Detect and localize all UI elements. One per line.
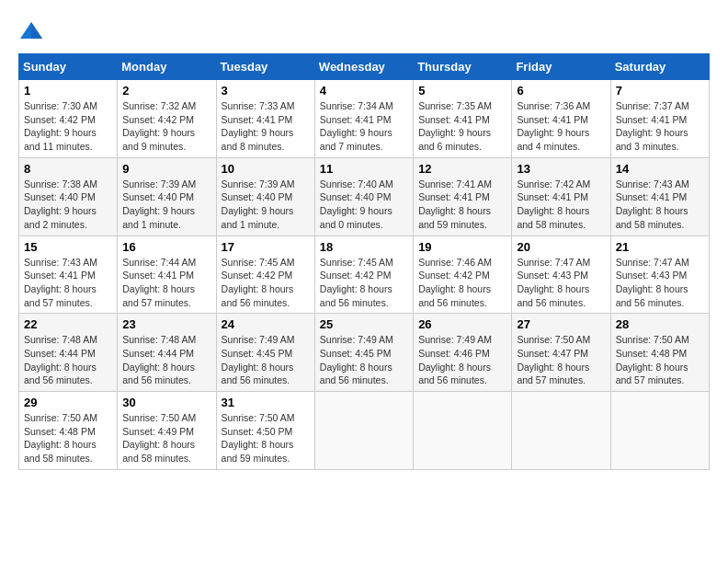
day-number: 19 (418, 240, 506, 254)
calendar-day-cell: 24 Sunrise: 7:49 AMSunset: 4:45 PMDaylig… (216, 314, 314, 392)
calendar-empty-cell (314, 392, 413, 470)
calendar-day-cell: 22 Sunrise: 7:48 AMSunset: 4:44 PMDaylig… (19, 314, 118, 392)
day-info: Sunrise: 7:49 AMSunset: 4:45 PMDaylight:… (222, 334, 295, 385)
day-number: 21 (616, 240, 704, 254)
calendar-day-cell: 10 Sunrise: 7:39 AMSunset: 4:40 PMDaylig… (216, 157, 314, 236)
calendar-header-monday: Monday (118, 54, 216, 80)
calendar-day-cell: 14 Sunrise: 7:43 AMSunset: 4:41 PMDaylig… (610, 157, 709, 236)
day-number: 5 (418, 84, 506, 98)
calendar-week-row: 29 Sunrise: 7:50 AMSunset: 4:48 PMDaylig… (19, 392, 710, 470)
day-info: Sunrise: 7:49 AMSunset: 4:45 PMDaylight:… (320, 334, 393, 385)
calendar-day-cell: 15 Sunrise: 7:43 AMSunset: 4:41 PMDaylig… (19, 236, 118, 314)
calendar-day-cell: 25 Sunrise: 7:49 AMSunset: 4:45 PMDaylig… (314, 314, 413, 392)
day-info: Sunrise: 7:34 AMSunset: 4:41 PMDaylight:… (320, 100, 393, 152)
day-info: Sunrise: 7:47 AMSunset: 4:43 PMDaylight:… (517, 257, 590, 308)
day-number: 29 (24, 396, 112, 409)
calendar-week-row: 15 Sunrise: 7:43 AMSunset: 4:41 PMDaylig… (19, 236, 710, 314)
day-number: 12 (418, 162, 506, 176)
calendar-header-thursday: Thursday (414, 54, 512, 80)
calendar-day-cell: 19 Sunrise: 7:46 AMSunset: 4:42 PMDaylig… (414, 236, 512, 314)
day-info: Sunrise: 7:41 AMSunset: 4:41 PMDaylight:… (418, 178, 492, 230)
calendar-table: SundayMondayTuesdayWednesdayThursdayFrid… (18, 53, 710, 470)
day-info: Sunrise: 7:36 AMSunset: 4:41 PMDaylight:… (517, 100, 590, 152)
calendar-day-cell: 9 Sunrise: 7:39 AMSunset: 4:40 PMDayligh… (118, 157, 216, 236)
calendar-week-row: 1 Sunrise: 7:30 AMSunset: 4:42 PMDayligh… (19, 80, 710, 158)
day-number: 1 (24, 84, 112, 98)
calendar-day-cell: 30 Sunrise: 7:50 AMSunset: 4:49 PMDaylig… (118, 392, 216, 470)
day-info: Sunrise: 7:39 AMSunset: 4:40 PMDaylight:… (122, 178, 196, 230)
day-number: 16 (122, 240, 210, 254)
calendar-header-wednesday: Wednesday (314, 54, 413, 80)
calendar-empty-cell (610, 392, 709, 470)
svg-marker-1 (31, 22, 42, 39)
calendar-day-cell: 8 Sunrise: 7:38 AMSunset: 4:40 PMDayligh… (19, 157, 118, 236)
calendar-empty-cell (414, 392, 512, 470)
day-number: 10 (222, 162, 310, 176)
calendar-day-cell: 13 Sunrise: 7:42 AMSunset: 4:41 PMDaylig… (512, 157, 610, 236)
calendar-day-cell: 3 Sunrise: 7:33 AMSunset: 4:41 PMDayligh… (216, 80, 314, 158)
day-number: 23 (122, 317, 210, 331)
day-number: 24 (222, 317, 310, 331)
day-info: Sunrise: 7:50 AMSunset: 4:50 PMDaylight:… (222, 412, 295, 464)
day-number: 18 (320, 240, 408, 254)
day-number: 8 (24, 162, 112, 176)
day-info: Sunrise: 7:48 AMSunset: 4:44 PMDaylight:… (24, 334, 97, 385)
day-number: 7 (616, 84, 704, 98)
calendar-day-cell: 7 Sunrise: 7:37 AMSunset: 4:41 PMDayligh… (610, 80, 709, 158)
calendar-header-friday: Friday (512, 54, 610, 80)
calendar-day-cell: 16 Sunrise: 7:44 AMSunset: 4:41 PMDaylig… (118, 236, 216, 314)
calendar-day-cell: 21 Sunrise: 7:47 AMSunset: 4:43 PMDaylig… (610, 236, 709, 314)
day-number: 27 (517, 317, 605, 331)
page-header (18, 18, 710, 44)
day-info: Sunrise: 7:37 AMSunset: 4:41 PMDaylight:… (616, 100, 689, 152)
calendar-day-cell: 6 Sunrise: 7:36 AMSunset: 4:41 PMDayligh… (512, 80, 610, 158)
calendar-day-cell: 28 Sunrise: 7:50 AMSunset: 4:48 PMDaylig… (610, 314, 709, 392)
calendar-day-cell: 29 Sunrise: 7:50 AMSunset: 4:48 PMDaylig… (19, 392, 118, 470)
day-number: 13 (517, 162, 605, 176)
day-info: Sunrise: 7:50 AMSunset: 4:49 PMDaylight:… (122, 412, 196, 464)
day-number: 4 (320, 84, 408, 98)
day-number: 20 (517, 240, 605, 254)
day-info: Sunrise: 7:44 AMSunset: 4:41 PMDaylight:… (122, 257, 196, 308)
calendar-day-cell: 12 Sunrise: 7:41 AMSunset: 4:41 PMDaylig… (414, 157, 512, 236)
calendar-day-cell: 20 Sunrise: 7:47 AMSunset: 4:43 PMDaylig… (512, 236, 610, 314)
day-info: Sunrise: 7:33 AMSunset: 4:41 PMDaylight:… (222, 100, 295, 152)
day-info: Sunrise: 7:48 AMSunset: 4:44 PMDaylight:… (122, 334, 196, 385)
calendar-week-row: 8 Sunrise: 7:38 AMSunset: 4:40 PMDayligh… (19, 157, 710, 236)
day-info: Sunrise: 7:43 AMSunset: 4:41 PMDaylight:… (616, 178, 689, 230)
calendar-empty-cell (512, 392, 610, 470)
day-info: Sunrise: 7:45 AMSunset: 4:42 PMDaylight:… (320, 257, 393, 308)
calendar-day-cell: 23 Sunrise: 7:48 AMSunset: 4:44 PMDaylig… (118, 314, 216, 392)
day-number: 22 (24, 317, 112, 331)
calendar-day-cell: 17 Sunrise: 7:45 AMSunset: 4:42 PMDaylig… (216, 236, 314, 314)
calendar-day-cell: 1 Sunrise: 7:30 AMSunset: 4:42 PMDayligh… (19, 80, 118, 158)
calendar-header-sunday: Sunday (19, 54, 118, 80)
calendar-day-cell: 18 Sunrise: 7:45 AMSunset: 4:42 PMDaylig… (314, 236, 413, 314)
calendar-day-cell: 5 Sunrise: 7:35 AMSunset: 4:41 PMDayligh… (414, 80, 512, 158)
day-number: 3 (222, 84, 310, 98)
calendar-day-cell: 27 Sunrise: 7:50 AMSunset: 4:47 PMDaylig… (512, 314, 610, 392)
day-info: Sunrise: 7:39 AMSunset: 4:40 PMDaylight:… (222, 178, 295, 230)
day-info: Sunrise: 7:40 AMSunset: 4:40 PMDaylight:… (320, 178, 393, 230)
day-number: 11 (320, 162, 408, 176)
day-number: 26 (418, 317, 506, 331)
logo (18, 18, 48, 44)
day-info: Sunrise: 7:35 AMSunset: 4:41 PMDaylight:… (418, 100, 492, 152)
calendar-header-tuesday: Tuesday (216, 54, 314, 80)
day-info: Sunrise: 7:49 AMSunset: 4:46 PMDaylight:… (418, 334, 492, 385)
day-info: Sunrise: 7:46 AMSunset: 4:42 PMDaylight:… (418, 257, 492, 308)
day-info: Sunrise: 7:38 AMSunset: 4:40 PMDaylight:… (24, 178, 97, 230)
calendar-day-cell: 4 Sunrise: 7:34 AMSunset: 4:41 PMDayligh… (314, 80, 413, 158)
day-number: 15 (24, 240, 112, 254)
day-info: Sunrise: 7:30 AMSunset: 4:42 PMDaylight:… (24, 100, 97, 152)
calendar-day-cell: 2 Sunrise: 7:32 AMSunset: 4:42 PMDayligh… (118, 80, 216, 158)
day-info: Sunrise: 7:42 AMSunset: 4:41 PMDaylight:… (517, 178, 590, 230)
day-number: 31 (222, 396, 310, 409)
day-number: 28 (616, 317, 704, 331)
day-info: Sunrise: 7:50 AMSunset: 4:48 PMDaylight:… (24, 412, 97, 464)
day-number: 14 (616, 162, 704, 176)
calendar-header-row: SundayMondayTuesdayWednesdayThursdayFrid… (19, 54, 710, 80)
day-number: 17 (222, 240, 310, 254)
day-number: 2 (122, 84, 210, 98)
calendar-day-cell: 11 Sunrise: 7:40 AMSunset: 4:40 PMDaylig… (314, 157, 413, 236)
